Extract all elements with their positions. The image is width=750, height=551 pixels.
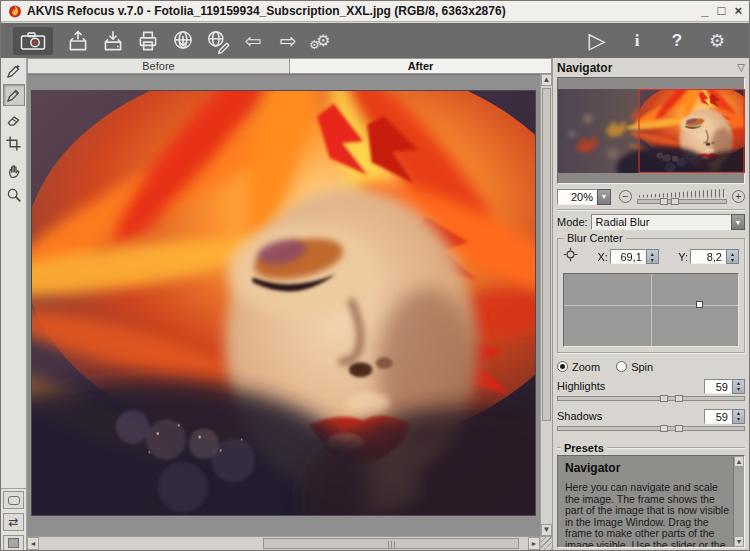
hand-pan-tool[interactable] <box>3 160 25 182</box>
zoom-value[interactable]: 20% <box>557 189 597 205</box>
shadows-value-field[interactable]: 59 <box>704 409 732 424</box>
highlights-label: Highlights <box>557 380 704 392</box>
zoom-slider-handle[interactable] <box>671 198 679 205</box>
shadows-label: Shadows <box>557 410 704 422</box>
y-label: Y: <box>678 251 688 263</box>
zoom-dropdown-arrow[interactable]: ▼ <box>597 189 611 205</box>
window-title: AKVIS Refocus v.7.0 - Fotolia_119159934_… <box>27 4 506 18</box>
swap-before-after-button[interactable]: ⇄ <box>3 513 24 531</box>
preferences-gear-button[interactable]: ⚙ <box>705 27 729 55</box>
print-button[interactable] <box>133 27 163 55</box>
eraser-tool[interactable] <box>3 108 25 130</box>
zoom-out-button[interactable]: − <box>619 190 632 203</box>
blur-center-legend: Blur Center <box>564 232 626 244</box>
scroll-left-arrow[interactable]: ◄ <box>27 537 39 550</box>
help-button[interactable]: ? <box>665 27 689 55</box>
tab-before[interactable]: Before <box>27 58 289 74</box>
navigator-thumbnail[interactable] <box>558 89 745 173</box>
undo-icon[interactable]: ⇦ <box>238 27 268 55</box>
zoom-in-button[interactable]: + <box>732 190 745 203</box>
highlights-value-field[interactable]: 59 <box>704 379 732 394</box>
mode-label: Mode: <box>557 216 588 228</box>
highlights-spinner[interactable]: ▴▾ <box>732 379 745 394</box>
navigator-preview[interactable] <box>557 77 745 184</box>
background-color-swatch-button[interactable] <box>3 535 24 551</box>
blur-center-group: Blur Center X: 69,1 ▴▾ Y: 8,2 ▴▾ <box>557 238 745 353</box>
single-view-icon <box>8 496 20 505</box>
shadows-slider-track[interactable] <box>557 426 745 431</box>
pad-vertical-guide <box>651 274 652 346</box>
horizontal-scroll-thumb[interactable] <box>263 538 520 549</box>
hints-panel: Navigator Here you can navigate and scal… <box>557 455 745 548</box>
navigator-title: Navigator <box>557 61 612 75</box>
minimize-button[interactable]: _ <box>701 4 708 18</box>
shadows-spinner[interactable]: ▴▾ <box>732 409 745 424</box>
blur-area-pencil-tool[interactable] <box>3 84 25 106</box>
zoom-slider-ticks <box>639 189 725 198</box>
scroll-down-arrow[interactable]: ▼ <box>541 524 552 536</box>
radio-zoom[interactable]: Zoom <box>557 361 600 373</box>
horizontal-scrollbar[interactable]: ◄ ► <box>27 536 540 550</box>
zoom-slider-handle[interactable] <box>660 198 668 205</box>
image-viewport[interactable] <box>27 74 540 536</box>
run-processing-button[interactable]: ▷ <box>585 27 609 55</box>
blur-center-pad[interactable] <box>563 273 739 347</box>
y-coordinate-field[interactable]: 8,2 <box>690 249 726 264</box>
highlights-slider[interactable] <box>557 395 745 403</box>
blur-center-marker[interactable] <box>696 301 703 308</box>
zoom-slider[interactable] <box>637 189 727 205</box>
share-publish-button[interactable] <box>203 27 233 55</box>
highlights-slider-handle[interactable] <box>660 395 668 402</box>
hints-title: Navigator <box>565 461 729 475</box>
center-target-icon[interactable] <box>563 247 578 266</box>
shadows-slider-handle[interactable] <box>675 425 683 432</box>
tools-column: ⇄ <box>1 58 27 550</box>
radio-spin-circle[interactable] <box>616 361 627 372</box>
tab-after[interactable]: After <box>289 58 552 74</box>
akvis-camera-logo-icon[interactable] <box>13 27 53 55</box>
about-info-button[interactable]: i <box>625 27 649 55</box>
open-image-button[interactable] <box>63 27 93 55</box>
batch-processing-gears-icon[interactable]: ⚙⚙ <box>308 27 338 55</box>
scroll-right-arrow[interactable]: ► <box>528 537 540 550</box>
photo-canvas[interactable] <box>31 90 536 516</box>
redo-icon[interactable]: ⇨ <box>273 27 303 55</box>
zoom-combo[interactable]: 20% ▼ <box>557 189 611 205</box>
x-spinner[interactable]: ▴▾ <box>646 249 659 264</box>
x-coordinate-field[interactable]: 69,1 <box>610 249 646 264</box>
zoom-slider-track[interactable] <box>637 199 727 204</box>
close-button[interactable]: × <box>734 4 742 18</box>
hints-scroll-up[interactable]: ▲ <box>734 456 744 467</box>
thumb-grip <box>388 541 395 548</box>
view-single-window-button[interactable] <box>3 491 24 509</box>
maximize-button[interactable]: □ <box>718 4 726 18</box>
highlights-slider-handle[interactable] <box>675 395 683 402</box>
collapse-triangle-icon[interactable]: ▽ <box>737 63 745 73</box>
resize-grip[interactable] <box>540 536 552 550</box>
radio-zoom-circle[interactable] <box>557 361 568 372</box>
hints-body: Here you can navigate and scale the imag… <box>565 482 729 547</box>
tools-divider <box>1 488 26 489</box>
settings-panel: Navigator ▽ <box>552 58 749 550</box>
radio-spin[interactable]: Spin <box>616 361 653 373</box>
shadows-slider-handle[interactable] <box>660 425 668 432</box>
hints-scroll-down[interactable]: ▼ <box>734 536 744 547</box>
vertical-scrollbar[interactable]: ▲ ▼ <box>540 74 552 536</box>
import-from-web-button[interactable] <box>168 27 198 55</box>
crop-tool[interactable] <box>3 132 25 154</box>
mode-dropdown[interactable]: Radial Blur ▼ <box>591 214 745 230</box>
panel-separator <box>557 209 745 211</box>
shadows-row: Shadows 59 ▴▾ <box>557 408 745 424</box>
hints-scrollbar[interactable]: ▲ ▼ <box>733 456 744 547</box>
shadows-slider[interactable] <box>557 425 745 433</box>
zoom-magnifier-tool[interactable] <box>3 184 25 206</box>
vertical-scroll-thumb[interactable] <box>542 88 551 421</box>
mode-dropdown-arrow[interactable]: ▼ <box>731 214 745 230</box>
highlights-slider-track[interactable] <box>557 396 745 401</box>
orientation-radios: Zoom Spin <box>557 360 745 373</box>
scroll-up-arrow[interactable]: ▲ <box>541 74 552 86</box>
save-image-button[interactable] <box>98 27 128 55</box>
mode-value[interactable]: Radial Blur <box>591 214 731 230</box>
y-spinner[interactable]: ▴▾ <box>726 249 739 264</box>
keep-area-pencil-plus-tool[interactable] <box>3 60 25 82</box>
